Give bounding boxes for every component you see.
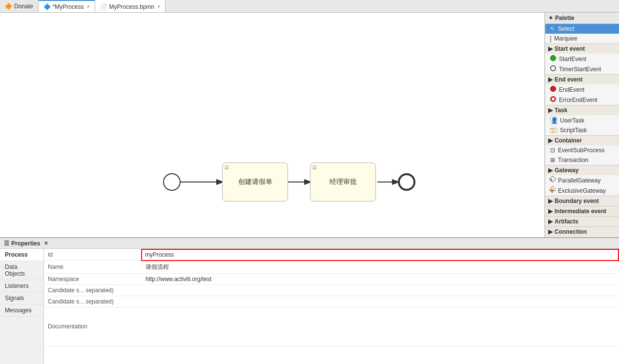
properties-title: Properties [11,240,40,247]
section-container-collapse-icon: ▶ [548,137,553,144]
end-event[interactable] [398,173,415,191]
end-event-icon [550,86,556,93]
prop-nav-signals[interactable]: Signals [0,292,43,304]
prop-value-documentation[interactable] [142,307,619,346]
palette-event-subprocess[interactable]: ⊡ EventSubProcess [545,145,619,155]
tab-myprocess-bpmn[interactable]: 📄 MyProcess.bpmn × [95,0,166,12]
section-start-collapse-icon: ▶ [548,45,553,52]
section-task-collapse-icon: ▶ [548,107,553,114]
prop-nav-data-objects[interactable]: Data Objects [0,261,43,280]
properties-body: Process Data Objects Listeners Signals M… [0,249,619,364]
prop-row-id: Id myProcess [44,249,619,261]
palette-panel: ✦ Palette ↖ Select Marquee ▶ Start event… [545,13,619,237]
properties-header: ☰ Properties ✕ [0,238,619,249]
section-boundary-event[interactable]: ▶ Boundary event [545,196,619,206]
properties-area: ☰ Properties ✕ Process Data Objects List… [0,237,619,364]
section-connection-collapse-icon: ▶ [548,228,553,235]
palette-title: ✦ Palette [545,13,619,24]
marquee-icon [550,35,551,42]
event-subprocess-icon: ⊡ [550,147,555,154]
timer-start-icon [550,65,556,73]
palette-end-event[interactable]: EndEvent [545,84,619,95]
start-event[interactable] [163,173,181,191]
palette-error-end-event[interactable]: ErrorEndEvent [545,95,619,105]
palette-parallel-gateway[interactable]: + ParallelGateway [545,175,619,185]
parallel-gateway-icon: + [550,177,555,184]
tab-donate[interactable]: 🔶 Donate [0,0,39,12]
prop-label-documentation: Documentation [44,307,142,346]
section-start-event[interactable]: ▶ Start event [545,43,619,54]
palette-marquee[interactable]: Marquee [545,34,619,43]
tab-bar: 🔶 Donate 🔷 *MyProcess × 📄 MyProcess.bpmn… [0,0,619,13]
user-task-icon: 👤 [550,117,557,124]
tab-myprocess-editor-close[interactable]: × [87,4,90,9]
prop-value-id[interactable]: myProcess [142,249,619,261]
prop-label-namespace: Namespace [44,273,142,284]
tab-myprocess-bpmn-label: MyProcess.bpmn [109,3,155,10]
prop-row-documentation: Documentation [44,307,619,346]
prop-row-namespace: Namespace http://www.activiti.org/test [44,273,619,284]
transaction-icon: ⊞ [550,157,555,163]
main-area: ☑ 创建请假单 ☑ 经理审批 ✦ Palette ↖ Select Marque… [0,13,619,237]
palette-timer-start[interactable]: TimerStartEvent [545,64,619,74]
section-gateway-collapse-icon: ▶ [548,167,553,174]
section-connection[interactable]: ▶ Connection [545,226,619,237]
bpmn-arrows-svg [0,13,544,237]
properties-icon: ☰ [4,240,9,247]
palette-user-task[interactable]: 👤 UserTask [545,115,619,125]
section-intermediate-collapse-icon: ▶ [548,208,553,215]
tab-myprocess-icon: 🔷 [43,3,51,10]
task2-label: 经理审批 [330,178,357,186]
bpmn-canvas[interactable]: ☑ 创建请假单 ☑ 经理审批 [0,13,544,237]
tab-myprocess-editor-label: *MyProcess [53,3,84,10]
prop-row-candidate-starter-users: Candidate s... separated) [44,284,619,296]
start-event-icon [550,55,556,62]
prop-value-candidate-users[interactable] [142,284,619,296]
tab-donate-label: Donate [14,3,33,10]
section-gateway[interactable]: ▶ Gateway [545,165,619,175]
prop-row-name: Name 请假流程 [44,261,619,274]
section-end-event[interactable]: ▶ End event [545,74,619,84]
exclusive-gateway-icon: ✕ [550,187,555,194]
task-create-leave[interactable]: ☑ 创建请假单 [222,162,288,202]
section-task[interactable]: ▶ Task [545,105,619,115]
palette-script-task[interactable]: 📜 ScriptTask [545,125,619,135]
properties-close-icon[interactable]: ✕ [44,241,48,246]
section-artifacts-collapse-icon: ▶ [548,218,553,225]
prop-nav: Process Data Objects Listeners Signals M… [0,249,44,364]
prop-nav-listeners[interactable]: Listeners [0,280,43,292]
prop-label-name: Name [44,261,142,274]
task1-label: 创建请假单 [238,178,272,186]
prop-value-candidate-groups[interactable] [142,296,619,307]
prop-row-candidate-starter-groups: Candidate s... separated) [44,296,619,307]
prop-nav-process[interactable]: Process [0,249,43,261]
section-end-collapse-icon: ▶ [548,76,553,83]
palette-icon: ✦ [548,15,553,21]
prop-nav-messages[interactable]: Messages [0,304,43,317]
palette-transaction[interactable]: ⊞ Transaction [545,155,619,165]
palette-select[interactable]: ↖ Select [545,24,619,34]
tab-myprocess-editor[interactable]: 🔷 *MyProcess × [39,0,95,12]
prop-label-candidate-groups: Candidate s... separated) [44,296,142,307]
section-container[interactable]: ▶ Container [545,135,619,145]
prop-content: Id myProcess Name 请假流程 Namespace http://… [44,249,619,364]
canvas-area[interactable]: ☑ 创建请假单 ☑ 经理审批 [0,13,545,237]
task-manager-approve[interactable]: ☑ 经理审批 [310,162,376,202]
palette-start-event[interactable]: StartEvent [545,54,619,64]
section-intermediate-event[interactable]: ▶ Intermediate event [545,206,619,216]
section-artifacts[interactable]: ▶ Artifacts [545,216,619,226]
section-boundary-collapse-icon: ▶ [548,198,553,204]
prop-value-name[interactable]: 请假流程 [142,261,619,274]
task2-icon: ☑ [312,165,317,170]
palette-exclusive-gateway[interactable]: ✕ ExclusiveGateway [545,185,619,196]
prop-value-namespace[interactable]: http://www.activiti.org/test [142,273,619,284]
cursor-icon: ↖ [550,25,555,32]
donate-icon: 🔶 [5,3,12,10]
prop-label-candidate-users: Candidate s... separated) [44,284,142,296]
prop-label-id: Id [44,249,142,261]
error-end-icon [550,96,556,103]
prop-table: Id myProcess Name 请假流程 Namespace http://… [44,249,619,346]
tab-myprocess-bpmn-close[interactable]: × [157,4,160,9]
tab-bpmn-icon: 📄 [100,3,107,10]
task1-icon: ☑ [225,165,229,170]
